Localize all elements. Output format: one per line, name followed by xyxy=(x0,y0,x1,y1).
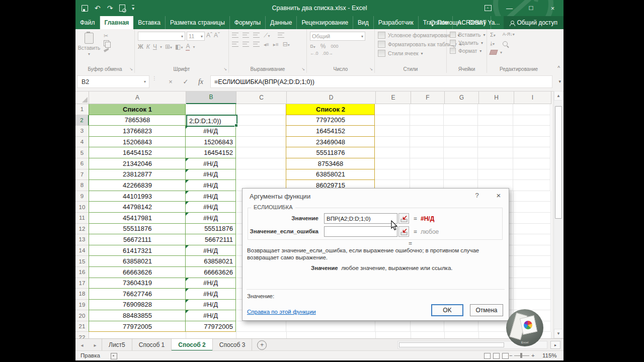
cell-D21[interactable] xyxy=(286,321,375,332)
borders-icon[interactable]: ⊞▾ xyxy=(165,43,172,50)
cell-C6[interactable] xyxy=(236,158,286,169)
row-header-14[interactable]: 14 xyxy=(75,245,89,256)
alignment-dialog-launcher-icon[interactable]: ↘ xyxy=(301,67,305,71)
scroll-right-icon[interactable]: ▸ xyxy=(550,341,560,349)
row-header-19[interactable]: 19 xyxy=(75,300,89,311)
scroll-down-icon[interactable]: ▼ xyxy=(554,329,563,338)
decrease-indent-icon[interactable]: ◂≡ xyxy=(264,42,269,47)
cell-H1[interactable] xyxy=(478,104,513,115)
cell-B20[interactable]: #Н/Д xyxy=(186,310,236,321)
minimize-icon[interactable]: — xyxy=(499,0,520,16)
cell-D5[interactable]: 55511876 xyxy=(286,147,375,158)
row-header-17[interactable]: 17 xyxy=(75,278,89,289)
cell-G1[interactable] xyxy=(444,104,478,115)
cell-B10[interactable]: #Н/Д xyxy=(186,202,236,213)
conditional-formatting-button[interactable]: Условное форматирование▾ xyxy=(378,32,444,39)
cell-E3[interactable] xyxy=(375,126,410,137)
increase-font-icon[interactable]: Aˆ xyxy=(206,32,212,41)
row-header-18[interactable]: 18 xyxy=(75,289,89,300)
row-header-6[interactable]: 6 xyxy=(75,158,89,169)
column-header-I[interactable]: I xyxy=(514,91,551,104)
cell-I9[interactable] xyxy=(514,191,551,202)
new-sheet-button[interactable]: + xyxy=(257,340,267,350)
decrease-font-icon[interactable]: Aˇ xyxy=(214,32,220,41)
copy-button[interactable] xyxy=(104,40,109,46)
row-header-5[interactable]: 5 xyxy=(75,147,89,158)
autosum-button[interactable]: Σ▾ xyxy=(490,32,496,38)
column-header-B[interactable]: B xyxy=(186,91,236,104)
clipboard-dialog-launcher-icon[interactable]: ↘ xyxy=(129,67,133,71)
underline-button[interactable]: Ч xyxy=(153,43,157,50)
row-header-7[interactable]: 7 xyxy=(75,169,89,180)
sort-filter-button[interactable]: А-Я↓▾ xyxy=(503,32,515,38)
ribbon-tab-вид[interactable]: Вид xyxy=(353,16,374,29)
row-header-10[interactable]: 10 xyxy=(75,202,89,213)
cell-A16[interactable]: 66663626 xyxy=(89,267,186,278)
normal-view-icon[interactable] xyxy=(484,353,491,359)
row-header-8[interactable]: 8 xyxy=(75,180,89,191)
cell-A13[interactable]: 56672111 xyxy=(89,234,186,245)
insert-function-icon[interactable]: fx xyxy=(194,75,207,88)
cell-I13[interactable] xyxy=(514,234,551,245)
insert-cells-button[interactable]: Вставить▾ xyxy=(450,32,485,38)
cell-H6[interactable] xyxy=(478,158,513,169)
share-button[interactable]: Общий доступ xyxy=(504,16,564,29)
row-header-16[interactable]: 16 xyxy=(75,267,89,278)
cell-F7[interactable] xyxy=(410,169,444,180)
iferror-arg-input[interactable] xyxy=(324,226,397,237)
cell-D7[interactable]: 63858021 xyxy=(286,169,375,180)
row-header-3[interactable]: 3 xyxy=(75,126,89,137)
cell-A10[interactable]: 44798142 xyxy=(89,202,186,213)
sheet-nav-left-icon[interactable]: ◂ xyxy=(75,339,89,351)
list2-header-cell[interactable]: Список 2 xyxy=(286,104,375,115)
ribbon-display-options-icon[interactable]: ^ xyxy=(477,0,499,16)
column-header-A[interactable]: A xyxy=(89,91,186,104)
ribbon-tab-файл[interactable]: Файл xyxy=(75,16,100,29)
redo-icon[interactable]: ↷ xyxy=(107,5,113,12)
sheet-nav-right-icon[interactable]: ▸ xyxy=(89,339,102,351)
collapse-ribbon-icon[interactable]: ^ xyxy=(557,65,560,71)
row-header-2[interactable]: 2 xyxy=(75,115,89,126)
cell-D3[interactable]: 16454152 xyxy=(286,126,375,137)
cell-I12[interactable] xyxy=(514,224,551,235)
page-layout-view-icon[interactable] xyxy=(493,353,500,359)
align-left-icon[interactable] xyxy=(232,42,238,47)
ok-button[interactable]: OK xyxy=(431,304,463,316)
bold-button[interactable]: Ж xyxy=(138,43,143,50)
cell-B18[interactable]: #Н/Д xyxy=(186,289,236,300)
cell-A4[interactable]: 15206843 xyxy=(89,137,186,148)
cell-A14[interactable]: 61417321 xyxy=(89,245,186,256)
find-select-icon[interactable] xyxy=(503,41,508,46)
cancel-entry-icon[interactable]: × xyxy=(164,75,177,88)
zoom-in-icon[interactable]: + xyxy=(531,352,535,358)
cell-B19[interactable]: #Н/Д xyxy=(186,300,236,311)
cell-C7[interactable] xyxy=(236,169,286,180)
format-painter-button[interactable] xyxy=(104,48,109,52)
cell-C22[interactable] xyxy=(236,332,287,338)
cell-E7[interactable] xyxy=(375,169,410,180)
ribbon-tab-главная[interactable]: Главная xyxy=(100,16,134,29)
column-header-D[interactable]: D xyxy=(287,91,376,104)
cell-B13[interactable]: 56672111 xyxy=(186,234,236,245)
cell-A3[interactable]: 13766823 xyxy=(89,126,186,137)
cell-D2[interactable]: 77972005 xyxy=(286,115,375,126)
expand-formula-bar-icon[interactable]: ▾ xyxy=(558,79,561,84)
cell-H5[interactable] xyxy=(478,147,513,158)
horizontal-scrollbar-thumb[interactable] xyxy=(399,342,504,347)
font-dialog-launcher-icon[interactable]: ↘ xyxy=(223,67,227,71)
cell-G6[interactable] xyxy=(444,158,478,169)
cell-A9[interactable]: 44101993 xyxy=(89,191,186,202)
cell-A7[interactable]: 23812877 xyxy=(89,169,186,180)
row-header-12[interactable]: 12 xyxy=(75,224,89,235)
cell-B8[interactable]: #Н/Д xyxy=(186,180,236,191)
cell-C3[interactable] xyxy=(236,126,286,137)
align-top-icon[interactable] xyxy=(232,33,238,38)
number-dialog-launcher-icon[interactable]: ↘ xyxy=(369,67,373,71)
cell-B14[interactable]: #Н/Д xyxy=(186,245,236,256)
cell-B16[interactable]: 66663626 xyxy=(186,267,236,278)
cell-I18[interactable] xyxy=(514,289,551,300)
cell-I1[interactable] xyxy=(513,104,550,115)
cell-B9[interactable]: #Н/Д xyxy=(186,191,236,202)
customize-quick-access-icon[interactable]: ▾ xyxy=(132,5,134,11)
cell-I15[interactable] xyxy=(514,256,551,267)
